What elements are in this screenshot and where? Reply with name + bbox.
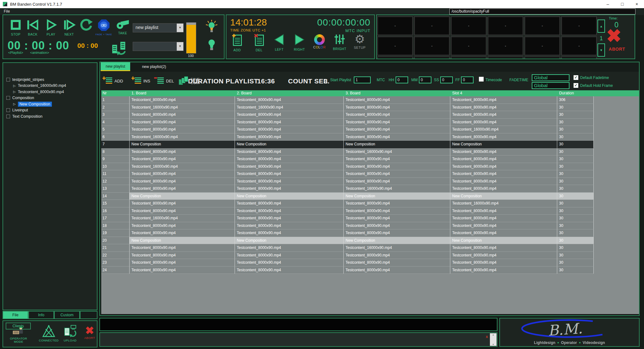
board-cell[interactable]: Testcontent_8000x90.mp4 [344, 170, 450, 178]
board-cell[interactable]: Testcontent_8000x90.mp4 [130, 170, 235, 178]
del-button[interactable]: DEL [250, 33, 268, 52]
table-row[interactable]: 20New CompositionNew CompositionNew Comp… [101, 237, 639, 245]
board-cell[interactable]: New Composition [235, 141, 344, 148]
board-cell[interactable]: Testcontent_8000x90.mp4 [344, 215, 450, 222]
board-cell[interactable]: Testcontent_8000x90.mp4 [450, 104, 557, 111]
table-row[interactable]: 24Testcontent_8000x90.mp4Testcontent_800… [101, 267, 639, 274]
cue-cell[interactable]: - [525, 37, 560, 55]
table-row[interactable]: 21Testcontent_8000x90.mp4Testcontent_800… [101, 244, 639, 252]
board-cell[interactable]: Testcontent_8000x90.mp4 [235, 111, 344, 119]
board-cell[interactable]: Testcontent_8000x90.mp4 [344, 200, 450, 207]
message-scrollbar[interactable]: ▲ ▼ [490, 333, 497, 346]
cue-cell[interactable]: - [525, 57, 560, 59]
board-cell[interactable]: Testcontent_8000x90.mp4 [450, 163, 557, 171]
board-cell[interactable]: Testcontent_16000x90.mp4 [344, 244, 450, 252]
duration-cell[interactable]: 30 [557, 244, 594, 252]
board-cell[interactable]: Testcontent_8000x90.mp4 [450, 148, 557, 156]
page-up-button[interactable]: ▲ [597, 20, 605, 33]
table-row[interactable]: 14New CompositionNew CompositionNew Comp… [101, 193, 639, 200]
table-row[interactable]: 22Testcontent_8000x90.mp4Testcontent_800… [101, 252, 639, 259]
board-cell[interactable]: Testcontent_8000x90.mp4 [344, 96, 450, 104]
board-cell[interactable]: Testcontent_8000x90.mp4 [450, 155, 557, 163]
board-cell[interactable]: Testcontent_8000x90.mp4 [130, 178, 235, 185]
duration-cell[interactable]: 30 [557, 163, 594, 171]
row-number-cell[interactable]: 10 [101, 163, 130, 171]
color-button[interactable]: COLOR [311, 33, 328, 49]
chevron-down-icon[interactable]: ▾ [177, 24, 183, 32]
row-number-cell[interactable]: 3 [101, 111, 130, 119]
board-cell[interactable]: Testcontent_16000x90.mp4 [130, 163, 235, 171]
board-cell[interactable]: Testcontent_8000x90.mp4 [450, 244, 557, 252]
tree-item[interactable]: Liveinput [6, 107, 28, 113]
board-cell[interactable]: Testcontent_8000x90.mp4 [235, 96, 344, 104]
board-cell[interactable]: Testcontent_8000x90.mp4 [344, 126, 450, 133]
board-cell[interactable]: Testcontent_8000x90.mp4 [344, 155, 450, 163]
row-number-cell[interactable]: 1 [101, 96, 130, 104]
cue-cell[interactable]: - [377, 16, 413, 35]
table-row[interactable]: 4Testcontent_8000x90.mp4Testcontent_8000… [101, 119, 639, 126]
table-row[interactable]: 13Testcontent_8000x90.mp4Testcontent_800… [101, 185, 639, 193]
row-number-cell[interactable]: 21 [101, 244, 130, 252]
board-cell[interactable]: Testcontent_8000x90.mp4 [130, 96, 235, 104]
board-cell[interactable]: Testcontent_8000x90.mp4 [344, 267, 450, 274]
board-cell[interactable]: New Composition [450, 141, 557, 148]
board-cell[interactable]: Testcontent_16000x90.mp4 [344, 185, 450, 193]
chevron-down-icon[interactable]: ▾ [177, 42, 183, 51]
close-icon[interactable]: × [630, 0, 644, 8]
duration-cell[interactable]: 30 [557, 237, 594, 245]
board-cell[interactable]: Testcontent_8000x90.mp4 [450, 215, 557, 222]
cue-cell[interactable]: - [451, 37, 486, 55]
board-cell[interactable]: Testcontent_8000x90.mp4 [235, 119, 344, 126]
table-row[interactable]: 12Testcontent_8000x90.mp4Testcontent_800… [101, 178, 639, 185]
scroll-down-icon[interactable]: ▼ [490, 343, 497, 346]
duration-cell[interactable]: 30 [557, 155, 594, 163]
duration-cell[interactable]: 30 [557, 207, 594, 215]
board-cell[interactable]: Testcontent_8000x90.mp4 [235, 178, 344, 185]
cue-cell[interactable]: - [488, 37, 523, 55]
upload-button[interactable]: UPLOAD [59, 325, 81, 342]
board-cell[interactable]: Testcontent_8000x90.mp4 [130, 185, 235, 193]
board-cell[interactable]: Testcontent_8000x90.mp4 [235, 267, 344, 274]
table-row[interactable]: 7New CompositionNew CompositionNew Compo… [101, 141, 639, 148]
board-cell[interactable]: Testcontent_8000x90.mp4 [235, 215, 344, 222]
start-playlist-input[interactable]: 1 [354, 76, 371, 83]
cue-cell[interactable]: - [414, 37, 450, 55]
table-row[interactable]: 18Testcontent_8000x90.mp4Testcontent_800… [101, 222, 639, 230]
operator-mode-button[interactable]: OPERATORMODE [8, 326, 30, 343]
osc-address-field[interactable]: /osc/button/opacityFull [449, 8, 636, 14]
board-cell[interactable]: Testcontent_8000x90.mp4 [235, 185, 344, 193]
cue-cell[interactable]: - [451, 16, 486, 35]
duration-cell[interactable]: 30 [557, 193, 594, 200]
left-button[interactable]: LEFT [270, 33, 288, 51]
ss-input[interactable]: 0 [440, 76, 453, 83]
default-fadetime-checkbox[interactable]: ✓ [574, 75, 578, 80]
lamp-on-icon[interactable] [204, 20, 219, 35]
board-cell[interactable]: Testcontent_8000x90.mp4 [450, 267, 557, 274]
table-row[interactable]: 19Testcontent_8000x90.mp4Testcontent_800… [101, 229, 639, 237]
cue-cell[interactable]: - [561, 37, 597, 55]
duration-cell[interactable]: 30 [557, 215, 594, 222]
table-row[interactable]: 1Testcontent_8000x90.mp4Testcontent_8000… [101, 96, 639, 104]
board-cell[interactable]: Testcontent_8000x90.mp4 [130, 252, 235, 259]
row-number-cell[interactable]: 17 [101, 215, 130, 222]
board-cell[interactable]: New Composition [130, 141, 235, 148]
board-cell[interactable]: Testcontent_8000x90.mp4 [235, 222, 344, 230]
board-cell[interactable]: Testcontent_8000x90.mp4 [344, 252, 450, 259]
board-cell[interactable]: New Composition [130, 237, 235, 245]
board-cell[interactable]: New Composition [450, 237, 557, 245]
board-cell[interactable]: Testcontent_8000x90.mp4 [344, 163, 450, 171]
duration-cell[interactable]: 30 [557, 267, 594, 274]
board-cell[interactable]: Testcontent_8000x90.mp4 [130, 229, 235, 237]
board-cell[interactable]: Testcontent_8000x90.mp4 [344, 104, 450, 111]
cue-cell[interactable]: - [488, 16, 523, 35]
clients-abort-button[interactable]: ✖ ABORT [79, 325, 101, 340]
tab-new-playlist-2[interactable]: new playlist(2) [131, 62, 177, 71]
board-cell[interactable]: Testcontent_8000x90.mp4 [450, 178, 557, 185]
row-number-cell[interactable]: 6 [101, 133, 130, 141]
duration-cell[interactable]: 30 [557, 229, 594, 237]
cue-cell[interactable]: - [561, 57, 597, 59]
board-cell[interactable]: New Composition [235, 237, 344, 245]
duration-cell[interactable]: 30 [557, 133, 594, 141]
board-cell[interactable]: Testcontent_8000x90.mp4 [450, 111, 557, 119]
board-cell[interactable]: Testcontent_16000x90.mp4 [130, 215, 235, 222]
